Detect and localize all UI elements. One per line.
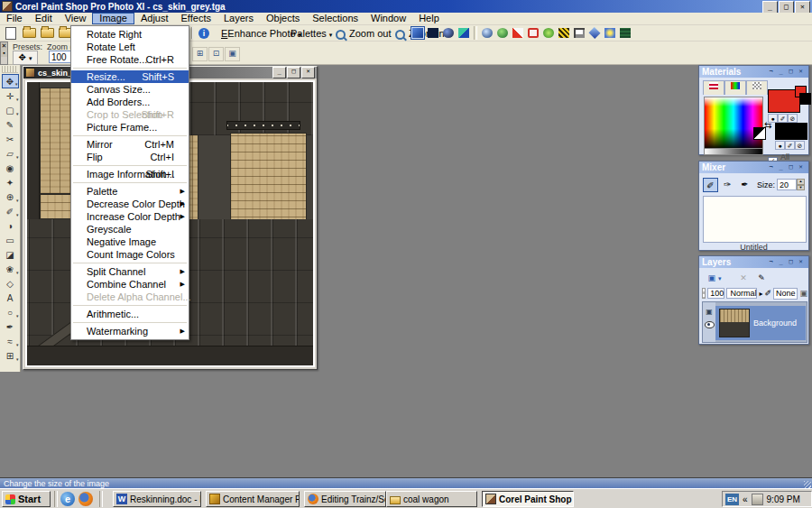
layer-row-background[interactable]: Background	[715, 306, 806, 340]
mixer-tube-tool[interactable]: ✐	[703, 178, 718, 192]
minimize-button[interactable]: _	[762, 1, 778, 14]
taskbar-button-paint-shop-pro[interactable]: Corel Paint Shop Pro ...	[482, 491, 574, 507]
effect-red-stamp-icon[interactable]	[526, 26, 540, 40]
preset-shape-tool[interactable]: ○▾	[2, 305, 19, 319]
crop-tool[interactable]: ✂	[2, 132, 19, 146]
app-titlebar[interactable]: Corel Paint Shop Pro Photo XI - cs_skin_…	[0, 0, 812, 13]
rollup-icon[interactable]: ▪	[1, 50, 7, 57]
close-icon[interactable]: ✕	[796, 258, 806, 267]
menu-selections[interactable]: Selections	[306, 13, 364, 24]
menu-item-greyscale[interactable]: Greyscale	[71, 223, 189, 236]
menu-item-add-borders[interactable]: Add Borders...	[71, 96, 189, 108]
menu-item-free-rotate[interactable]: Free Rotate...Ctrl+R	[71, 53, 189, 66]
selection-tool[interactable]: ▢▾	[2, 103, 19, 117]
maximize-icon[interactable]: □	[786, 163, 796, 172]
effect-blue-diamond-icon[interactable]	[587, 26, 602, 40]
effect-blue-preset-icon[interactable]	[411, 26, 425, 40]
straighten-tool[interactable]: ▱▾	[2, 146, 19, 161]
menu-item-resize[interactable]: Resize...Shift+S	[71, 70, 189, 83]
text-tool[interactable]: A	[2, 291, 19, 305]
menu-window[interactable]: Window	[364, 13, 412, 24]
minimize-icon[interactable]: _	[776, 68, 786, 77]
palettes-button[interactable]: Palettes▾	[291, 27, 332, 40]
effect-dark-green-icon[interactable]	[618, 26, 632, 40]
gradient-style-icon[interactable]: ✐	[778, 114, 788, 123]
pin-icon[interactable]: ¬	[766, 258, 776, 267]
effect-yellow-weave-icon[interactable]	[557, 26, 571, 40]
layer-styles-button[interactable]: ✎	[755, 272, 768, 285]
taskbar-button-editing-trainz[interactable]: Editing Trainz/Software ...	[304, 491, 386, 507]
menu-item-flip[interactable]: FlipCtrl+I	[71, 151, 189, 163]
open-file-icon[interactable]	[22, 26, 36, 40]
background-mini-swatch[interactable]	[799, 93, 811, 105]
close-button[interactable]: ✕	[795, 1, 810, 14]
clock[interactable]: 9:09 PM	[767, 494, 800, 504]
start-button[interactable]: Start	[2, 491, 51, 507]
menu-item-watermarking[interactable]: Watermarking▶	[71, 325, 189, 337]
background-swatch[interactable]	[775, 123, 807, 140]
menu-item-decrease-color-depth[interactable]: Decrease Color Depth▶	[71, 198, 189, 210]
close-icon[interactable]: ✕	[796, 163, 806, 172]
firefox-icon[interactable]	[78, 492, 93, 506]
menu-item-canvas-size[interactable]: Canvas Size...	[71, 83, 189, 96]
maximize-icon[interactable]: □	[786, 258, 796, 267]
clone-brush-tool[interactable]: ⊕▾	[2, 189, 19, 204]
pen-tool[interactable]: ✒	[2, 319, 19, 334]
size-spinner[interactable]: ▲▼	[797, 179, 805, 190]
maximize-button[interactable]: □	[779, 1, 794, 14]
tray-app-icon[interactable]	[752, 494, 763, 505]
makeover-tool[interactable]: ✦	[2, 175, 19, 189]
eraser-tool[interactable]: ▭	[2, 233, 19, 247]
menu-file[interactable]: File	[0, 13, 29, 24]
picture-tube-tool[interactable]: ❀▾	[2, 262, 19, 276]
navigate-icon[interactable]: ⊞	[192, 47, 208, 61]
menu-edit[interactable]: Edit	[29, 13, 59, 24]
color-changer-tool[interactable]: ◑	[2, 218, 19, 233]
menu-item-combine-channel[interactable]: Combine Channel▶	[71, 278, 189, 291]
gradient-style-icon[interactable]: ✐	[785, 141, 795, 150]
menu-item-image-information[interactable]: Image Information...Shift+I	[71, 168, 189, 180]
lock-icon[interactable]: ▣	[799, 289, 807, 298]
menu-layers[interactable]: Layers	[217, 13, 260, 24]
menu-item-count-image-colors[interactable]: Count Image Colors	[71, 248, 189, 261]
blend-mode-arrow-icon[interactable]: ▸	[759, 290, 762, 298]
menu-item-rotate-right[interactable]: Rotate Right	[71, 28, 189, 41]
tray-chevron-icon[interactable]: «	[743, 494, 748, 504]
deform-tool[interactable]: ◇	[2, 276, 19, 291]
pattern-style-icon[interactable]: ⊘	[795, 141, 805, 150]
menu-item-picture-frame[interactable]: Picture Frame...	[71, 121, 189, 134]
effect-red-diagonal-icon[interactable]	[511, 26, 525, 40]
menu-objects[interactable]: Objects	[260, 13, 306, 24]
new-file-icon[interactable]	[4, 26, 18, 40]
visibility-eye-icon[interactable]	[705, 321, 715, 328]
effect-teal-square-icon[interactable]	[457, 26, 471, 40]
close-icon[interactable]: ✕	[796, 68, 806, 77]
background-eraser-tool[interactable]: ◪	[2, 247, 19, 262]
dropper-tool[interactable]: ✎	[2, 117, 19, 132]
doc-minimize-button[interactable]: _	[272, 67, 286, 79]
minimize-icon[interactable]: _	[776, 258, 786, 267]
taskbar-button-content-manager[interactable]: Content Manager Plus	[206, 491, 300, 507]
rainbow-tab[interactable]	[724, 80, 746, 95]
new-layer-button[interactable]: ▣▾	[703, 272, 726, 285]
mixer-dropper-tool[interactable]: ✒	[737, 178, 752, 192]
layers-titlebar[interactable]: Layers ¬ _ □ ✕	[699, 256, 808, 268]
link-set-value[interactable]: None	[773, 288, 798, 300]
mixer-titlebar[interactable]: Mixer ¬ _ □ ✕	[699, 162, 808, 173]
help-info-icon[interactable]: i	[197, 26, 211, 40]
doc-close-button[interactable]: ✕	[301, 67, 315, 79]
swatches-tab[interactable]	[746, 80, 768, 95]
presets-dropdown[interactable]: ✥▾	[13, 51, 38, 65]
language-indicator[interactable]: EN	[725, 494, 739, 505]
layer-type-icon[interactable]: ▣	[706, 308, 713, 316]
mixer-canvas[interactable]	[703, 196, 807, 243]
color-picker[interactable]	[704, 97, 763, 149]
menu-image[interactable]: Image	[92, 13, 134, 24]
menu-item-arithmetic[interactable]: Arithmetic...	[71, 308, 189, 320]
minimize-icon[interactable]: _	[776, 163, 786, 172]
menu-effects[interactable]: Effects	[175, 13, 217, 24]
pin-icon[interactable]: ¬	[766, 68, 776, 77]
internet-explorer-icon[interactable]: e	[60, 492, 75, 506]
menu-item-palette[interactable]: Palette▶	[71, 185, 189, 198]
fit-window-icon[interactable]: ▣	[225, 47, 240, 61]
